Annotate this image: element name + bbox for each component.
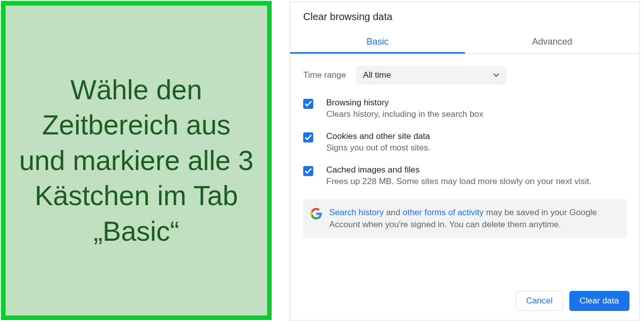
- dialog-content: Time range All time Browsing history Cle…: [290, 54, 639, 284]
- tab-basic[interactable]: Basic: [290, 32, 465, 53]
- cancel-button[interactable]: Cancel: [516, 291, 563, 311]
- time-range-label: Time range: [303, 70, 346, 80]
- checkbox-cookies[interactable]: [303, 132, 313, 142]
- link-other-activity[interactable]: other forms of activity: [402, 208, 484, 217]
- option-browsing-history: Browsing history Clears history, includi…: [303, 98, 626, 120]
- google-logo-icon: [310, 208, 322, 220]
- time-range-select[interactable]: All time: [356, 66, 506, 85]
- tabs: Basic Advanced: [290, 32, 639, 54]
- google-info-box: Search history and other forms of activi…: [303, 199, 626, 239]
- dialog-footer: Cancel Clear data: [290, 284, 639, 320]
- option-desc: Frees up 228 MB. Some sites may load mor…: [326, 176, 626, 188]
- option-desc: Signs you out of most sites.: [326, 142, 626, 154]
- option-title: Cached images and files: [326, 165, 626, 175]
- info-text-mid: and: [384, 208, 403, 217]
- option-cookies: Cookies and other site data Signs you ou…: [303, 131, 626, 154]
- dialog-title: Clear browsing data: [290, 2, 639, 32]
- option-title: Browsing history: [326, 98, 626, 108]
- chevron-down-icon: [493, 73, 499, 77]
- checkbox-cached[interactable]: [303, 166, 313, 176]
- link-search-history[interactable]: Search history: [329, 208, 384, 217]
- time-range-row: Time range All time: [303, 66, 626, 85]
- option-text: Browsing history Clears history, includi…: [326, 98, 626, 120]
- option-text: Cookies and other site data Signs you ou…: [326, 131, 626, 154]
- tab-advanced[interactable]: Advanced: [465, 32, 640, 53]
- option-title: Cookies and other site data: [326, 131, 626, 141]
- checkbox-browsing-history[interactable]: [303, 99, 313, 109]
- instruction-text: Wähle den Zeitbereich aus und markiere a…: [16, 72, 257, 249]
- instruction-panel: Wähle den Zeitbereich aus und markiere a…: [1, 1, 272, 320]
- option-desc: Clears history, including in the search …: [326, 109, 626, 120]
- info-text: Search history and other forms of activi…: [329, 207, 618, 231]
- option-text: Cached images and files Frees up 228 MB.…: [326, 165, 626, 188]
- time-range-value: All time: [363, 70, 391, 80]
- clear-data-button[interactable]: Clear data: [569, 291, 629, 311]
- clear-browsing-data-dialog: Clear browsing data Basic Advanced Time …: [290, 2, 640, 320]
- option-cached: Cached images and files Frees up 228 MB.…: [303, 165, 626, 188]
